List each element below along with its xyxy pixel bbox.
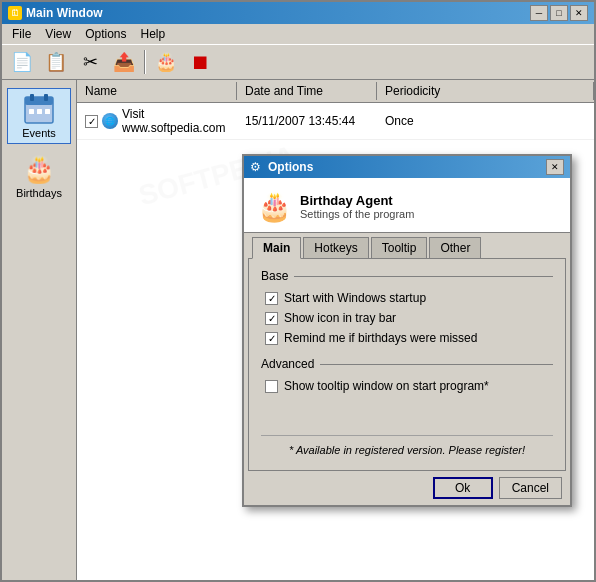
tab-other[interactable]: Other: [429, 237, 481, 259]
start-windows-label: Start with Windows startup: [284, 291, 426, 305]
events-icon: [23, 93, 55, 125]
svg-rect-1: [25, 97, 53, 105]
col-name: Name: [77, 82, 237, 100]
toolbar: 📄 📋 ✂ 📤 🎂 ⏹: [2, 44, 594, 80]
table-row[interactable]: 🌐 Visit www.softpedia.com 15/11/2007 13:…: [77, 103, 594, 140]
dialog-title-icon: ⚙: [250, 160, 264, 174]
row-name-text: Visit www.softpedia.com: [122, 107, 229, 135]
birthdays-icon: 🎂: [23, 153, 55, 185]
option-remind: Remind me if birthdays were missed: [261, 329, 553, 347]
dialog-title-left: ⚙ Options: [250, 160, 313, 174]
col-period: Periodicity: [377, 82, 594, 100]
dialog-title-text: Options: [268, 160, 313, 174]
tooltip-start-label: Show tooltip window on start program*: [284, 379, 489, 393]
title-bar-left: 🗓 Main Window: [8, 6, 103, 20]
advanced-section: Advanced Show tooltip window on start pr…: [261, 357, 553, 395]
start-windows-checkbox[interactable]: [265, 292, 278, 305]
sidebar: Events 🎂 Birthdays: [2, 80, 77, 580]
close-button[interactable]: ✕: [570, 5, 588, 21]
svg-rect-3: [44, 94, 48, 101]
list-header: Name Date and Time Periodicity: [77, 80, 594, 103]
option-tooltip-start: Show tooltip window on start program*: [261, 377, 553, 395]
tooltip-start-checkbox[interactable]: [265, 380, 278, 393]
dialog-tabs: Main Hotkeys Tooltip Other: [244, 233, 570, 258]
birthday-agent-icon: 🎂: [256, 188, 292, 224]
dialog-header: 🎂 Birthday Agent Settings of the program: [244, 178, 570, 233]
main-window-title: Main Window: [26, 6, 103, 20]
dialog-header-text: Birthday Agent Settings of the program: [300, 193, 414, 220]
col-date: Date and Time: [237, 82, 377, 100]
cell-date: 15/11/2007 13:45:44: [237, 112, 377, 130]
cell-name: 🌐 Visit www.softpedia.com: [77, 105, 237, 137]
globe-icon: 🌐: [102, 113, 118, 129]
svg-rect-5: [37, 109, 42, 114]
tab-main[interactable]: Main: [252, 237, 301, 259]
app-icon: 🗓: [8, 6, 22, 20]
dialog-content: Base Start with Windows startup Show ico…: [248, 258, 566, 471]
stop-button[interactable]: ⏹: [184, 48, 216, 76]
export-button[interactable]: 📤: [108, 48, 140, 76]
dialog-header-subtitle: Settings of the program: [300, 208, 414, 220]
title-bar: 🗓 Main Window ─ □ ✕: [2, 2, 594, 24]
show-icon-label: Show icon in tray bar: [284, 311, 396, 325]
sidebar-events-label: Events: [22, 127, 56, 139]
register-note: * Available in registered version. Pleas…: [261, 435, 553, 460]
menu-file[interactable]: File: [6, 26, 37, 42]
minimize-button[interactable]: ─: [530, 5, 548, 21]
option-show-icon: Show icon in tray bar: [261, 309, 553, 327]
show-icon-checkbox[interactable]: [265, 312, 278, 325]
advanced-section-label: Advanced: [261, 357, 553, 371]
dialog-footer: Ok Cancel: [244, 471, 570, 505]
svg-rect-2: [30, 94, 34, 101]
menu-bar: File View Options Help: [2, 24, 594, 44]
svg-rect-4: [29, 109, 34, 114]
title-bar-controls: ─ □ ✕: [530, 5, 588, 21]
new-button[interactable]: 📄: [6, 48, 38, 76]
copy-button[interactable]: 📋: [40, 48, 72, 76]
delete-button[interactable]: ✂: [74, 48, 106, 76]
menu-view[interactable]: View: [39, 26, 77, 42]
dialog-close-button[interactable]: ✕: [546, 159, 564, 175]
sidebar-item-birthdays[interactable]: 🎂 Birthdays: [7, 148, 71, 204]
tab-hotkeys[interactable]: Hotkeys: [303, 237, 368, 259]
sidebar-item-events[interactable]: Events: [7, 88, 71, 144]
remind-checkbox[interactable]: [265, 332, 278, 345]
menu-options[interactable]: Options: [79, 26, 132, 42]
dialog-title-bar: ⚙ Options ✕: [244, 156, 570, 178]
maximize-button[interactable]: □: [550, 5, 568, 21]
main-window: 🗓 Main Window ─ □ ✕ File View Options He…: [0, 0, 596, 582]
menu-help[interactable]: Help: [135, 26, 172, 42]
cancel-button[interactable]: Cancel: [499, 477, 562, 499]
birthday-button[interactable]: 🎂: [150, 48, 182, 76]
toolbar-separator: [144, 50, 146, 74]
remind-label: Remind me if birthdays were missed: [284, 331, 477, 345]
option-start-windows: Start with Windows startup: [261, 289, 553, 307]
ok-button[interactable]: Ok: [433, 477, 493, 499]
options-dialog: ⚙ Options ✕ 🎂 Birthday Agent Settings of…: [242, 154, 572, 507]
base-section-label: Base: [261, 269, 553, 283]
tab-tooltip[interactable]: Tooltip: [371, 237, 428, 259]
cell-period: Once: [377, 112, 594, 130]
row-checkbox[interactable]: [85, 115, 98, 128]
svg-rect-6: [45, 109, 50, 114]
dialog-header-title: Birthday Agent: [300, 193, 414, 208]
sidebar-birthdays-label: Birthdays: [16, 187, 62, 199]
